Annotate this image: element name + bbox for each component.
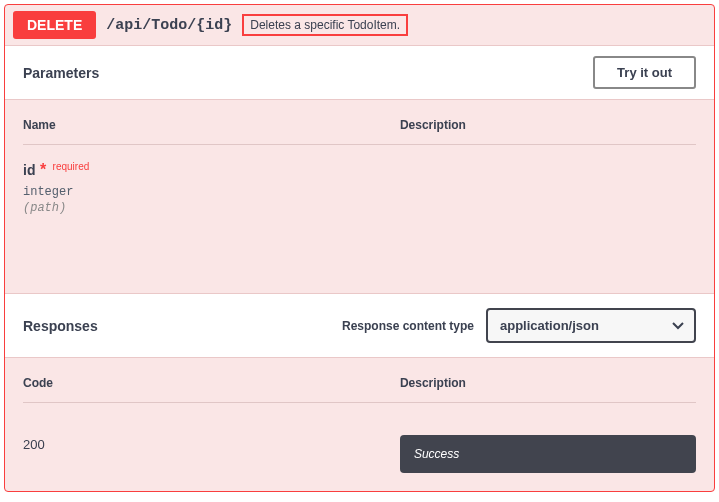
responses-title: Responses (23, 318, 98, 334)
response-description: Success (400, 435, 696, 473)
param-in: (path) (23, 201, 400, 215)
parameters-header: Parameters Try it out (5, 45, 714, 100)
operation-summary[interactable]: DELETE /api/Todo/{id} Deletes a specific… (5, 5, 714, 45)
responses-body: Code Description 200 Success (5, 358, 714, 491)
delete-operation-block: DELETE /api/Todo/{id} Deletes a specific… (4, 4, 715, 492)
content-type-label: Response content type (342, 319, 474, 333)
parameters-title: Parameters (23, 65, 99, 81)
response-row: 200 Success (23, 435, 696, 473)
param-type: integer (23, 185, 400, 199)
response-header-description: Description (400, 376, 696, 403)
responses-header: Responses Response content type applicat… (5, 293, 714, 358)
response-code: 200 (23, 437, 45, 452)
required-star-icon: * (40, 161, 46, 178)
param-header-name: Name (23, 118, 400, 145)
method-badge: DELETE (13, 11, 96, 39)
operation-summary-text: Deletes a specific TodoItem. (242, 14, 408, 36)
operation-path: /api/Todo/{id} (106, 17, 232, 34)
parameters-body: Name Description id * required integer (… (5, 100, 714, 293)
required-label: required (51, 161, 90, 172)
try-it-out-button[interactable]: Try it out (593, 56, 696, 89)
parameter-row: id * required integer (path) (23, 161, 696, 215)
content-type-select[interactable]: application/json (486, 308, 696, 343)
param-header-description: Description (400, 118, 696, 145)
response-header-code: Code (23, 376, 400, 403)
param-name: id (23, 162, 35, 178)
